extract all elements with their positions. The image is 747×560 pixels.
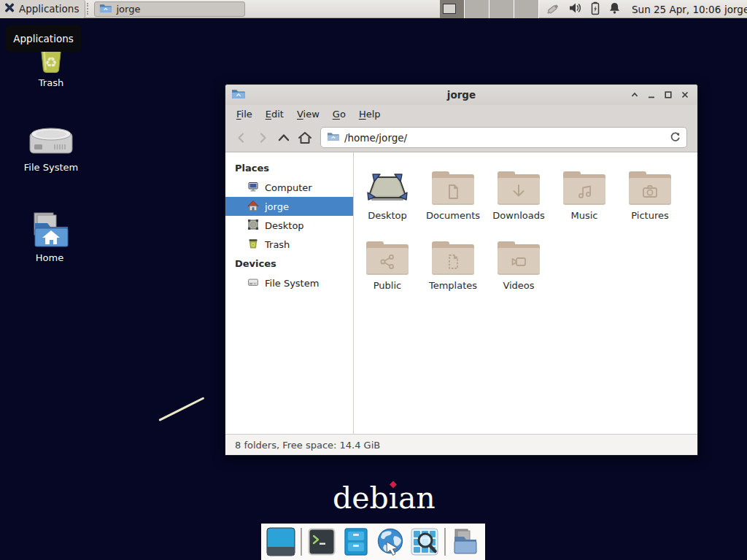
back-button[interactable] <box>231 128 251 147</box>
hard-drive-icon <box>11 124 91 159</box>
file-item-videos[interactable]: Videos <box>486 233 551 300</box>
tablet-tool-icon[interactable] <box>546 1 560 18</box>
taskbar-window-label: jorge <box>116 4 140 15</box>
computer-icon <box>247 181 259 195</box>
file-item-label: Documents <box>420 210 486 221</box>
volume-icon[interactable] <box>568 1 582 17</box>
applications-menu-button[interactable]: Applications <box>0 0 85 18</box>
workspace-3[interactable] <box>489 0 514 18</box>
sidebar-item-label: jorge <box>265 201 289 212</box>
file-item-desktop[interactable]: Desktop <box>355 163 420 230</box>
file-item-label: Desktop <box>355 210 420 221</box>
terminal-icon <box>307 527 336 556</box>
file-item-label: Music <box>551 210 617 221</box>
home-button[interactable] <box>295 128 314 147</box>
web-browser-launcher[interactable] <box>376 527 405 556</box>
menu-edit[interactable]: Edit <box>259 106 290 122</box>
toolbar <box>225 123 697 152</box>
recycle-glyph: ♻ <box>44 54 57 70</box>
file-item-downloads[interactable]: Downloads <box>486 163 551 230</box>
window-folder-icon <box>231 88 245 101</box>
workspace-4[interactable] <box>514 0 539 18</box>
desktop-icon-label: Trash <box>11 77 91 88</box>
forward-button[interactable] <box>252 128 272 147</box>
file-item-label: Videos <box>486 280 551 291</box>
desktop-special-icon <box>355 163 420 205</box>
applications-label: Applications <box>19 3 79 15</box>
file-item-music[interactable]: Music <box>551 163 617 230</box>
trash-small-icon <box>247 238 259 252</box>
shade-button[interactable] <box>626 87 643 103</box>
wallpaper-scratch-line <box>158 397 204 421</box>
top-panel: Applications jorge <box>0 0 747 18</box>
address-input[interactable] <box>344 132 665 144</box>
folder-icon-documents <box>432 171 474 205</box>
desktop-icon <box>247 219 259 233</box>
file-item-documents[interactable]: Documents <box>420 163 486 230</box>
applications-icon <box>4 2 15 16</box>
menu-go[interactable]: Go <box>326 106 352 122</box>
sidebar-item-file-system[interactable]: File System <box>225 273 353 292</box>
home-folder-icon <box>9 211 90 249</box>
battery-icon[interactable] <box>590 1 600 18</box>
app-finder-launcher[interactable] <box>410 527 439 556</box>
file-item-label: Pictures <box>617 210 683 221</box>
sidebar-item-trash[interactable]: Trash <box>225 235 353 254</box>
sidebar-item-computer[interactable]: Computer <box>225 178 353 197</box>
minimize-button[interactable] <box>643 87 659 103</box>
show-desktop-icon <box>266 527 295 556</box>
video-glyph <box>509 252 528 271</box>
music-glyph <box>575 182 594 201</box>
sidebar-item-desktop[interactable]: Desktop <box>225 216 353 235</box>
show-desktop-button[interactable] <box>266 527 295 556</box>
dock-separator <box>444 528 446 556</box>
sidebar: Places Computer <box>225 152 354 434</box>
titlebar[interactable]: jorge <box>225 85 697 105</box>
file-item-pictures[interactable]: Pictures <box>617 163 683 230</box>
address-folder-icon <box>327 131 339 144</box>
sidebar-item-label: Trash <box>265 239 290 250</box>
maximize-button[interactable] <box>659 87 676 103</box>
camera-glyph <box>640 182 659 201</box>
taskbar-window-button[interactable]: jorge <box>94 1 245 17</box>
folder-icon-music <box>563 171 605 205</box>
address-bar[interactable] <box>320 127 687 148</box>
close-button[interactable] <box>676 87 693 103</box>
download-glyph <box>509 182 528 201</box>
desktop-icon-home[interactable]: Home <box>9 211 90 263</box>
recent-folder-launcher[interactable] <box>451 527 480 556</box>
devices-header: Devices <box>225 254 353 273</box>
up-button[interactable] <box>274 128 293 147</box>
folder-icon-templates <box>432 241 474 275</box>
menu-help[interactable]: Help <box>352 106 387 122</box>
workspace-1[interactable] <box>440 0 465 18</box>
app-finder-icon <box>410 527 439 556</box>
menubar: File Edit View Go Help <box>225 105 697 123</box>
file-item-templates[interactable]: Templates <box>420 233 486 300</box>
workspace-switcher[interactable] <box>440 0 539 18</box>
menu-file[interactable]: File <box>230 106 259 122</box>
desktop-icon-file-system[interactable]: File System <box>11 124 91 173</box>
file-cabinet-icon <box>341 527 371 556</box>
places-header: Places <box>225 158 353 178</box>
notifications-bell-icon[interactable] <box>608 1 621 17</box>
menu-view[interactable]: View <box>290 106 326 122</box>
file-item-public[interactable]: Public <box>355 233 420 300</box>
terminal-launcher[interactable] <box>307 527 336 556</box>
file-manager-window: jorge File Edit View Go Help <box>225 84 698 456</box>
sidebar-item-jorge[interactable]: jorge <box>225 197 353 216</box>
file-manager-launcher[interactable] <box>341 527 371 556</box>
share-glyph <box>378 252 397 271</box>
file-pane[interactable]: Desktop Documents <box>354 152 697 434</box>
reload-icon[interactable] <box>670 131 681 144</box>
panel-user-menu[interactable]: jorge <box>724 0 747 18</box>
workspace-window-thumb <box>443 4 456 14</box>
panel-clock[interactable]: Sun 25 Apr, 10:06 <box>632 0 721 18</box>
desktop-icon-label: Home <box>9 252 90 263</box>
system-tray <box>546 0 621 18</box>
workspace-2[interactable] <box>465 0 489 18</box>
debian-logo: debıan <box>333 481 436 515</box>
sidebar-item-label: Computer <box>265 182 312 193</box>
desktop: { "colors": { "desktop_bg": "#050724", "… <box>0 0 747 560</box>
panel-handle[interactable] <box>87 3 91 15</box>
